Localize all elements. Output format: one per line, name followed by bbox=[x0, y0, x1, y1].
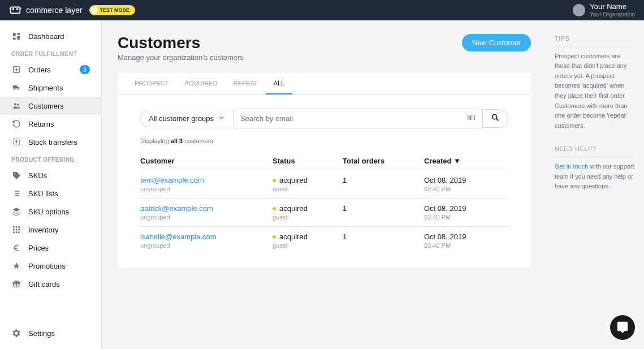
help-heading: NEED HELP? bbox=[555, 144, 635, 157]
svg-point-13 bbox=[14, 173, 15, 174]
sidebar-item-label: Stock transfers bbox=[28, 138, 77, 147]
user-menu[interactable]: Your Name Your Organization bbox=[573, 2, 635, 18]
customer-group: ungrouped bbox=[140, 214, 273, 221]
page-subtitle: Manage your organization's customers bbox=[118, 53, 244, 62]
sidebar-item-shipments[interactable]: Shipments bbox=[0, 79, 101, 97]
page-title: Customers bbox=[118, 34, 244, 52]
customer-role: guest bbox=[273, 186, 343, 192]
tag-icon bbox=[11, 170, 21, 180]
svg-rect-27 bbox=[470, 115, 471, 120]
created-date: Oct 08, 2019 bbox=[424, 232, 508, 241]
customer-email-link[interactable]: isabelle@example.com bbox=[140, 232, 217, 241]
created-date: Oct 08, 2019 bbox=[424, 176, 508, 184]
list-icon bbox=[11, 188, 21, 199]
sidebar-item-gift-cards[interactable]: Gift cards bbox=[0, 275, 101, 293]
tab-all[interactable]: ALL bbox=[266, 73, 293, 94]
layers-icon bbox=[11, 206, 21, 217]
th-status[interactable]: Status bbox=[273, 157, 343, 165]
sidebar-item-label: Shipments bbox=[28, 84, 63, 92]
tab-prospect[interactable]: PROSPECT bbox=[127, 73, 177, 94]
sidebar-item-stock-transfers[interactable]: Stock transfers bbox=[0, 133, 101, 151]
euro-icon bbox=[11, 243, 21, 253]
svg-rect-0 bbox=[11, 7, 20, 14]
sidebar-item-sku-lists[interactable]: SKU lists bbox=[0, 184, 101, 202]
sidebar-item-label: Returns bbox=[28, 120, 54, 128]
sidebar-section-product: PRODUCT OFFERING bbox=[0, 151, 101, 166]
dashboard-icon bbox=[11, 31, 21, 41]
status-dot-icon bbox=[273, 207, 276, 210]
tips-body: Prospect customers are those that didn't… bbox=[555, 51, 635, 131]
right-panel: TIPS Prospect customers are those that d… bbox=[547, 20, 644, 349]
displaying-text: Displaying all 3 customers bbox=[118, 135, 531, 151]
svg-rect-20 bbox=[13, 231, 15, 233]
sidebar-item-returns[interactable]: Returns bbox=[0, 115, 101, 133]
get-in-touch-link[interactable]: Get in touch bbox=[555, 163, 588, 170]
table-row[interactable]: patrick@example.com ungrouped acquired g… bbox=[140, 199, 508, 227]
th-created[interactable]: Created ▼ bbox=[424, 157, 508, 165]
barcode-icon[interactable] bbox=[466, 113, 476, 124]
sidebar-item-label: Orders bbox=[28, 66, 51, 74]
svg-rect-26 bbox=[469, 115, 470, 120]
sidebar: Dashboard ORDER FULFILLMENT Orders 3 Shi… bbox=[0, 20, 102, 349]
sidebar-item-label: Inventory bbox=[28, 226, 58, 234]
sidebar-item-customers[interactable]: Customers bbox=[0, 97, 101, 115]
search-button[interactable] bbox=[482, 109, 508, 128]
sidebar-item-label: Customers bbox=[28, 102, 64, 110]
tabs: PROSPECT ACQUIRED REPEAT ALL bbox=[118, 73, 531, 95]
sidebar-item-label: SKUs bbox=[28, 171, 47, 180]
svg-rect-30 bbox=[474, 115, 474, 120]
sidebar-item-label: SKU options bbox=[28, 208, 69, 216]
sidebar-item-orders[interactable]: Orders 3 bbox=[0, 61, 101, 79]
search-box bbox=[234, 109, 482, 128]
user-name: Your Name bbox=[590, 2, 635, 11]
star-icon bbox=[11, 261, 21, 271]
brand-logo-icon bbox=[9, 4, 21, 16]
svg-rect-29 bbox=[473, 115, 473, 120]
sidebar-section-orders: ORDER FULFILLMENT bbox=[0, 45, 101, 61]
customer-role: guest bbox=[273, 242, 343, 249]
page-header: Customers Manage your organization's cus… bbox=[118, 34, 531, 62]
test-mode-badge[interactable]: TEST MODE bbox=[89, 5, 136, 15]
brand-name: commerce layer bbox=[26, 6, 83, 15]
chat-button[interactable] bbox=[610, 315, 635, 340]
brand-logo[interactable]: commerce layer bbox=[9, 4, 83, 16]
svg-rect-25 bbox=[468, 115, 468, 120]
avatar bbox=[573, 4, 585, 16]
svg-rect-6 bbox=[13, 38, 16, 40]
tab-acquired[interactable]: ACQUIRED bbox=[177, 73, 226, 94]
sidebar-item-settings[interactable]: Settings bbox=[0, 324, 101, 342]
svg-point-2 bbox=[17, 8, 18, 10]
search-input[interactable] bbox=[240, 114, 462, 123]
svg-rect-5 bbox=[17, 36, 20, 40]
table-row[interactable]: terri@example.com ungrouped acquired gue… bbox=[140, 170, 508, 199]
created-time: 03:40 PM bbox=[424, 186, 508, 192]
customer-groups-dropdown[interactable]: All customer groups bbox=[140, 110, 234, 127]
svg-point-1 bbox=[12, 8, 14, 10]
total-orders: 1 bbox=[343, 204, 424, 213]
customer-email-link[interactable]: patrick@example.com bbox=[140, 204, 213, 213]
sidebar-item-sku-options[interactable]: SKU options bbox=[0, 202, 101, 221]
created-time: 03:40 PM bbox=[424, 214, 508, 221]
status-badge: acquired bbox=[273, 232, 343, 241]
sidebar-item-promotions[interactable]: Promotions bbox=[0, 257, 101, 275]
created-date: Oct 08, 2019 bbox=[424, 204, 508, 213]
main-content: Customers Manage your organization's cus… bbox=[102, 20, 547, 349]
th-orders[interactable]: Total orders bbox=[343, 157, 424, 165]
truck-icon bbox=[11, 83, 21, 93]
new-customer-button[interactable]: New Customer bbox=[462, 34, 531, 51]
sidebar-item-inventory[interactable]: Inventory bbox=[0, 221, 101, 239]
sidebar-item-prices[interactable]: Prices bbox=[0, 239, 101, 257]
customer-email-link[interactable]: terri@example.com bbox=[140, 176, 204, 184]
svg-point-10 bbox=[14, 103, 16, 105]
svg-point-9 bbox=[18, 88, 19, 90]
sidebar-item-label: Prices bbox=[28, 244, 49, 252]
customer-group: ungrouped bbox=[140, 242, 273, 249]
customer-group: ungrouped bbox=[140, 186, 273, 192]
tab-repeat[interactable]: REPEAT bbox=[226, 73, 266, 94]
table-row[interactable]: isabelle@example.com ungrouped acquired … bbox=[140, 227, 508, 255]
user-org: Your Organization bbox=[590, 11, 635, 18]
status-badge: acquired bbox=[273, 176, 343, 184]
sidebar-item-dashboard[interactable]: Dashboard bbox=[0, 27, 101, 45]
th-customer[interactable]: Customer bbox=[140, 157, 273, 165]
sidebar-item-skus[interactable]: SKUs bbox=[0, 166, 101, 184]
